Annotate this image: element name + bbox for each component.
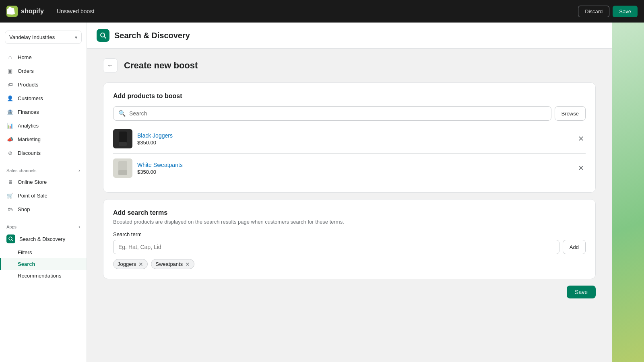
svg-line-2: [12, 240, 13, 241]
back-button[interactable]: ←: [103, 58, 118, 73]
nav-item-point-of-sale[interactable]: 🛒 Point of Sale: [0, 189, 87, 202]
product-name[interactable]: Black Joggers: [137, 132, 576, 139]
nav-item-marketing[interactable]: 📣 Marketing: [0, 132, 87, 146]
apps-label: Apps ›: [0, 219, 87, 231]
home-icon: ⌂: [6, 53, 14, 61]
bottom-save-row: Save: [103, 286, 596, 298]
discard-button[interactable]: Discard: [578, 6, 609, 17]
analytics-icon: 📊: [6, 122, 14, 129]
nav-item-shop[interactable]: 🛍 Shop: [0, 202, 87, 216]
browse-button[interactable]: Browse: [555, 106, 586, 121]
nav-label: Analytics: [18, 123, 39, 129]
save-button-bottom[interactable]: Save: [567, 286, 596, 298]
product-row: White Sweatpants $350.00 ✕: [113, 153, 586, 183]
products-icon: 🏷: [6, 81, 14, 88]
add-products-title: Add products to boost: [113, 93, 586, 100]
tag-label: Sweatpants: [155, 261, 183, 267]
remove-product-button[interactable]: ✕: [576, 133, 586, 145]
product-name[interactable]: White Sweatpants: [137, 162, 576, 168]
add-button[interactable]: Add: [563, 240, 586, 254]
nav-label: Marketing: [18, 136, 41, 142]
add-products-card: Add products to boost 🔍 Browse: [103, 82, 596, 193]
back-arrow-icon: ←: [107, 62, 114, 69]
inner-header: ← Create new boost: [103, 58, 596, 73]
search-terms-card: Add search terms Boosted products are di…: [103, 199, 596, 279]
nav-item-online-store[interactable]: 🖥 Online Store: [0, 175, 87, 189]
shopify-wordmark: shopify: [21, 8, 44, 15]
search-discovery-icon: [6, 234, 15, 243]
orders-icon: ▣: [6, 67, 14, 74]
product-search-input[interactable]: [129, 107, 546, 120]
customers-icon: 👤: [6, 95, 14, 102]
nav-item-orders[interactable]: ▣ Orders: [0, 64, 87, 78]
nav-label: Point of Sale: [18, 193, 47, 199]
product-search-field: 🔍: [113, 106, 551, 121]
nav-label: Orders: [18, 68, 34, 74]
tag-label: Joggers: [118, 261, 136, 267]
nav-item-customers[interactable]: 👤 Customers: [0, 91, 87, 105]
inner-page: ← Create new boost Add products to boost…: [87, 49, 612, 362]
nav-item-products[interactable]: 🏷 Products: [0, 78, 87, 91]
store-selector[interactable]: Vandelay Industries ▾: [5, 31, 82, 44]
page-title-nav: Unsaved boost: [57, 8, 578, 14]
remove-tag-button[interactable]: ✕: [138, 261, 143, 267]
store-name: Vandelay Industries: [9, 34, 55, 40]
sidebar-item-search[interactable]: Search: [0, 258, 87, 270]
page-header-icon: [97, 29, 109, 42]
search-label: Search: [18, 261, 35, 267]
filters-label: Filters: [18, 249, 32, 255]
nav-label: Customers: [18, 95, 43, 101]
product-thumb: [113, 129, 132, 148]
shopify-logo: shopify: [6, 6, 44, 17]
remove-tag-button[interactable]: ✕: [185, 261, 190, 267]
nav-label: Home: [18, 54, 32, 60]
search-icon: 🔍: [118, 110, 126, 117]
apps-section: Apps › Search & Discovery Filters Search: [0, 219, 87, 282]
nav-item-analytics[interactable]: 📊 Analytics: [0, 119, 87, 132]
nav-label: Online Store: [18, 179, 47, 185]
search-term-input[interactable]: [113, 240, 559, 254]
shop-icon: 🛍: [6, 206, 14, 213]
nav-item-home[interactable]: ⌂ Home: [0, 50, 87, 64]
expand-icon[interactable]: ›: [78, 168, 80, 173]
page-header: Search & Discovery: [87, 23, 612, 49]
remove-product-button[interactable]: ✕: [576, 162, 586, 174]
sidebar-item-recommendations[interactable]: Recommendations: [0, 270, 87, 282]
search-terms-title: Add search terms: [113, 209, 586, 216]
expand-icon[interactable]: ›: [78, 224, 80, 230]
tag-sweatpants: Sweatpants ✕: [151, 259, 194, 269]
tag-joggers: Joggers ✕: [113, 259, 148, 269]
online-store-icon: 🖥: [6, 178, 14, 185]
discounts-icon: ⊘: [6, 149, 14, 156]
save-button-top[interactable]: Save: [613, 6, 638, 17]
recommendations-label: Recommendations: [18, 273, 61, 279]
page-header-title: Search & Discovery: [114, 31, 190, 40]
nav-item-search-discovery[interactable]: Search & Discovery: [0, 231, 87, 247]
nav-label: Shop: [18, 206, 30, 212]
main-content: Search & Discovery ← Create new boost Ad…: [87, 23, 612, 362]
chevron-down-icon: ▾: [75, 35, 77, 40]
marketing-icon: 📣: [6, 136, 14, 143]
nav-actions: Discard Save: [578, 6, 638, 17]
product-info: White Sweatpants $350.00: [137, 162, 576, 175]
nav-item-finances[interactable]: 🏦 Finances: [0, 105, 87, 119]
product-row: Black Joggers $350.00 ✕: [113, 124, 586, 153]
sidebar-item-filters[interactable]: Filters: [0, 247, 87, 258]
nav-label: Discounts: [18, 150, 41, 156]
search-term-label: Search term: [113, 231, 586, 237]
svg-line-4: [104, 37, 106, 38]
inner-page-title: Create new boost: [124, 60, 198, 71]
search-term-input-row: Add: [113, 240, 586, 254]
product-price: $350.00: [137, 169, 576, 175]
search-terms-description: Boosted products are displayed on the se…: [113, 219, 586, 225]
pos-icon: 🛒: [6, 192, 14, 199]
sidebar: Vandelay Industries ▾ ⌂ Home ▣ Orders 🏷 …: [0, 23, 87, 362]
finances-icon: 🏦: [6, 108, 14, 115]
product-info: Black Joggers $350.00: [137, 132, 576, 146]
nav-item-discounts[interactable]: ⊘ Discounts: [0, 146, 87, 160]
nav-label: Products: [18, 82, 38, 88]
sales-channels-label: Sales channels ›: [0, 163, 87, 175]
sales-channels-section: Sales channels › 🖥 Online Store 🛒 Point …: [0, 163, 87, 216]
right-decoration: [612, 23, 644, 362]
product-price: $350.00: [137, 140, 576, 146]
